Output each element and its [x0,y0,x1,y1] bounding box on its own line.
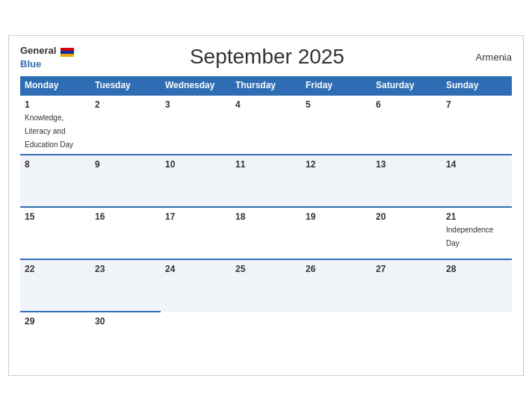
weekday-header-tuesday: Tuesday [90,76,161,95]
calendar-cell: 30 [90,312,161,364]
day-number: 30 [95,316,156,327]
calendar-cell [161,312,231,364]
day-number: 25 [235,264,297,274]
day-number: 1 [25,99,86,110]
calendar-week-row: 1Knowledge, Literacy and Education Day23… [20,95,512,155]
weekday-header-wednesday: Wednesday [161,76,231,95]
calendar-cell: 19 [301,207,371,259]
calendar-cell: 4 [231,95,301,155]
weekday-header-sunday: Sunday [442,76,512,95]
calendar-cell [371,312,442,364]
calendar-week-row: 15161718192021Independence Day [20,207,512,259]
calendar-container: General Blue September 2025 Armenia [8,35,524,376]
logo-flag-icon [61,48,74,57]
calendar-cell: 6 [371,95,442,155]
day-number: 22 [25,264,86,274]
calendar-cell: 26 [301,259,371,312]
weekday-header-saturday: Saturday [371,76,442,95]
calendar-cell: 7 [442,95,512,155]
calendar-cell: 21Independence Day [442,207,512,259]
calendar-cell [231,312,301,364]
day-event: Independence Day [446,226,493,247]
calendar-cell: 9 [90,155,161,207]
calendar-cell: 18 [231,207,301,259]
calendar-cell: 28 [442,259,512,312]
calendar-cell: 14 [442,155,512,207]
weekday-header-thursday: Thursday [231,76,301,95]
calendar-cell: 5 [301,95,371,155]
day-number: 17 [165,211,226,222]
calendar-cell: 8 [20,155,90,207]
calendar-cell: 16 [90,207,161,259]
calendar-cell: 10 [161,155,231,207]
day-number: 8 [25,159,86,170]
calendar-cell: 1Knowledge, Literacy and Education Day [20,95,90,155]
day-number: 5 [306,99,367,110]
weekday-header-row: MondayTuesdayWednesdayThursdayFridaySatu… [20,76,512,95]
calendar-cell [442,312,512,364]
calendar-cell: 13 [371,155,442,207]
day-number: 14 [446,159,507,170]
day-number: 23 [95,264,156,274]
day-number: 10 [165,159,226,170]
calendar-cell: 23 [90,259,161,312]
svg-rect-0 [61,48,74,51]
day-number: 12 [306,159,367,170]
day-number: 7 [446,99,507,110]
logo-general-text: General [20,43,75,57]
logo: General Blue [20,43,75,70]
day-number: 20 [376,211,437,222]
calendar-cell: 27 [371,259,442,312]
day-number: 29 [25,316,86,327]
calendar-header: General Blue September 2025 Armenia [20,43,512,70]
day-number: 4 [235,99,297,110]
calendar-cell: 11 [231,155,301,207]
svg-rect-2 [61,54,74,57]
svg-rect-1 [61,51,74,54]
day-number: 18 [235,211,297,222]
day-number: 15 [25,211,86,222]
page-title: September 2025 [75,45,460,69]
calendar-cell [301,312,371,364]
weekday-header-friday: Friday [301,76,371,95]
calendar-cell: 25 [231,259,301,312]
calendar-cell: 2 [90,95,161,155]
day-number: 9 [95,159,156,170]
weekday-header-monday: Monday [20,76,90,95]
calendar-cell: 12 [301,155,371,207]
day-number: 3 [165,99,226,110]
calendar-cell: 22 [20,259,90,312]
day-number: 11 [235,159,297,170]
logo-text: General Blue [20,43,75,70]
calendar-cell: 29 [20,312,90,364]
calendar-cell: 17 [161,207,231,259]
calendar-week-row: 2930 [20,312,512,364]
calendar-cell: 15 [20,207,90,259]
day-number: 19 [306,211,367,222]
day-number: 13 [376,159,437,170]
calendar-cell: 20 [371,207,442,259]
calendar-table: MondayTuesdayWednesdayThursdayFridaySatu… [20,76,512,364]
day-number: 2 [95,99,156,110]
calendar-cell: 24 [161,259,231,312]
day-number: 24 [165,264,226,274]
day-number: 27 [376,264,437,274]
day-number: 16 [95,211,156,222]
country-label: Armenia [460,52,512,63]
day-number: 28 [446,264,507,274]
calendar-cell: 3 [161,95,231,155]
day-number: 6 [376,99,437,110]
day-event: Knowledge, Literacy and Education Day [25,114,73,149]
calendar-week-row: 22232425262728 [20,259,512,312]
day-number: 21 [446,211,507,222]
calendar-week-row: 891011121314 [20,155,512,207]
day-number: 26 [306,264,367,274]
